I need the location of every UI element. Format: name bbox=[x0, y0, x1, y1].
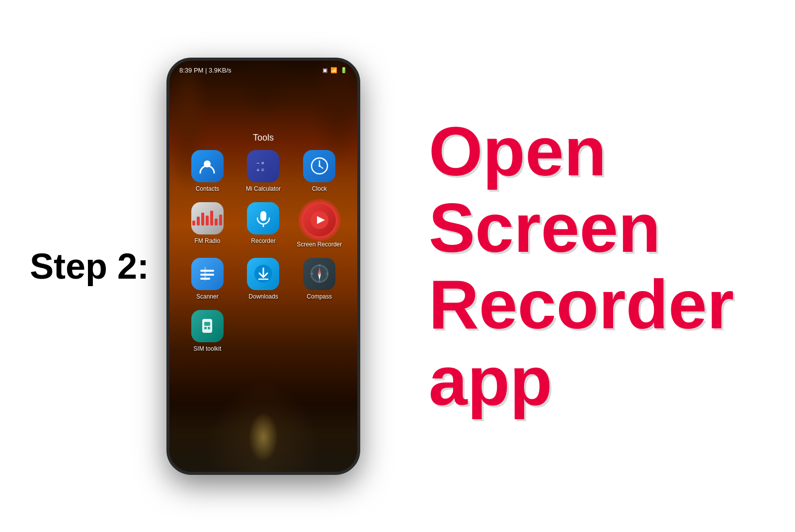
sim-label: SIM toolkit bbox=[193, 345, 221, 352]
status-time: 8:39 PM | 3.9KB/s bbox=[179, 67, 232, 74]
signal-icon: 📶 bbox=[330, 67, 337, 74]
calculator-icon: − × + = bbox=[247, 150, 279, 182]
clock-label: Clock bbox=[312, 185, 327, 192]
svg-text:W: W bbox=[311, 272, 313, 275]
svg-rect-29 bbox=[204, 327, 207, 329]
app-item-contacts[interactable]: Contacts bbox=[184, 150, 231, 192]
app-item-downloads[interactable]: Downloads bbox=[240, 258, 287, 300]
svg-rect-11 bbox=[200, 270, 214, 272]
svg-text:+  =: + = bbox=[256, 167, 264, 173]
svg-rect-14 bbox=[204, 267, 206, 281]
right-section: Open Screen Recorder app bbox=[368, 113, 795, 419]
road-light bbox=[248, 412, 278, 462]
scanner-icon bbox=[191, 258, 224, 290]
app-item-radio[interactable]: FM Radio bbox=[184, 202, 231, 248]
app-grid: Contacts − × + = Mi Calculator bbox=[169, 150, 357, 352]
app-item-compass[interactable]: N S W E Compass bbox=[296, 258, 342, 300]
svg-text:−  ×: − × bbox=[256, 160, 264, 166]
status-icons: ▣ 📶 🔋 bbox=[322, 67, 347, 74]
sim-icon bbox=[191, 310, 224, 342]
app-item-clock[interactable]: Clock bbox=[296, 150, 342, 192]
text-line3: Recorder bbox=[429, 266, 734, 343]
svg-text:N: N bbox=[318, 264, 320, 267]
recorder-label: Recorder bbox=[251, 237, 275, 244]
text-line2: Screen bbox=[429, 190, 734, 266]
svg-rect-28 bbox=[204, 322, 210, 326]
left-section: Step 2: bbox=[0, 246, 159, 287]
screen-recorder-icon bbox=[302, 202, 337, 238]
app-item-scanner[interactable]: Scanner bbox=[184, 258, 231, 300]
compass-icon: N S W E bbox=[303, 258, 335, 290]
battery-icon: 🔋 bbox=[340, 67, 347, 74]
scanner-label: Scanner bbox=[196, 293, 219, 300]
wifi-icon: ▣ bbox=[322, 67, 327, 74]
radio-label: FM Radio bbox=[194, 237, 220, 244]
folder-title: Tools bbox=[169, 133, 357, 143]
contacts-label: Contacts bbox=[196, 185, 219, 192]
contacts-icon bbox=[191, 150, 224, 182]
app-item-calculator[interactable]: − × + = Mi Calculator bbox=[240, 150, 287, 192]
svg-rect-30 bbox=[208, 327, 210, 329]
step-label: Step 2: bbox=[30, 246, 149, 287]
svg-point-6 bbox=[318, 165, 320, 167]
compass-label: Compass bbox=[307, 293, 332, 300]
phone-screen: 8:39 PM | 3.9KB/s ▣ 📶 🔋 Tools bbox=[169, 61, 357, 472]
calculator-label: Mi Calculator bbox=[246, 185, 281, 192]
app-item-screen-recorder[interactable]: Screen Recorder bbox=[296, 202, 342, 248]
status-bar: 8:39 PM | 3.9KB/s ▣ 📶 🔋 bbox=[169, 67, 357, 74]
phone-container: 8:39 PM | 3.9KB/s ▣ 📶 🔋 Tools bbox=[159, 58, 368, 475]
radio-icon bbox=[191, 202, 224, 234]
svg-rect-12 bbox=[200, 274, 214, 276]
downloads-label: Downloads bbox=[248, 293, 278, 300]
phone: 8:39 PM | 3.9KB/s ▣ 📶 🔋 Tools bbox=[166, 58, 360, 475]
text-line1: Open bbox=[429, 113, 734, 190]
downloads-icon bbox=[247, 258, 279, 290]
recorder-icon bbox=[247, 202, 279, 234]
svg-point-22 bbox=[318, 273, 320, 275]
screen-recorder-label: Screen Recorder bbox=[297, 241, 342, 248]
app-item-recorder[interactable]: Recorder bbox=[240, 202, 287, 248]
svg-rect-7 bbox=[260, 211, 266, 221]
clock-icon bbox=[303, 150, 335, 182]
app-item-sim[interactable]: SIM toolkit bbox=[184, 310, 231, 352]
text-line4: app bbox=[429, 343, 734, 419]
open-screen-text: Open Screen Recorder app bbox=[429, 113, 734, 419]
